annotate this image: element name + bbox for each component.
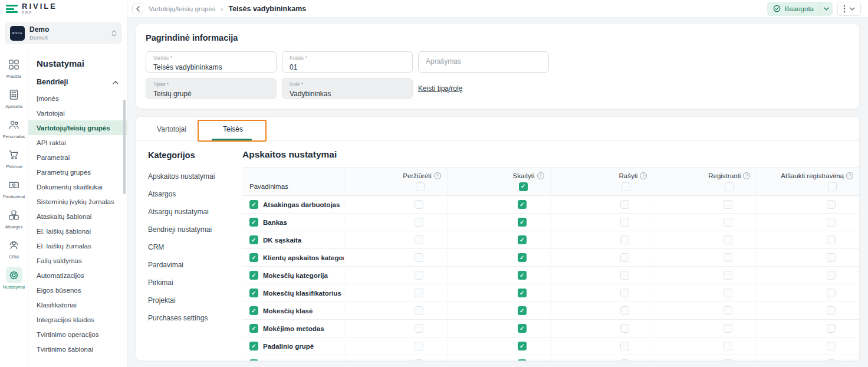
sidebar-item[interactable]: Dokumentų skaitliukai [28, 179, 127, 194]
permission-checkbox[interactable] [724, 200, 732, 209]
category-item[interactable]: Atsargos [148, 185, 242, 203]
sidebar-item[interactable]: Automatizacijos [28, 268, 127, 283]
breadcrumb-parent[interactable]: Vartotojų/teisių grupės [149, 5, 216, 12]
column-checkbox[interactable] [416, 182, 425, 191]
permission-checkbox[interactable]: ✓ [518, 306, 527, 315]
sidebar-item[interactable]: Ataskaitų šablonai [28, 209, 127, 224]
permission-checkbox[interactable]: ✓ [518, 253, 527, 262]
permission-checkbox[interactable] [827, 235, 836, 244]
sidebar-item[interactable]: Tvirtinimo šablonai [28, 342, 127, 356]
rail-item-nustatymai[interactable]: Nustatymai [1, 264, 28, 292]
more-actions-button[interactable] [837, 2, 861, 16]
permission-checkbox[interactable] [620, 324, 629, 333]
sidebar-item[interactable]: Sisteminių įvykių žurnalas [28, 194, 127, 209]
row-checkbox[interactable]: ✓ [249, 324, 258, 333]
row-checkbox[interactable]: ✓ [249, 271, 258, 280]
permission-checkbox[interactable] [415, 289, 423, 297]
info-icon[interactable]: ? [846, 172, 853, 179]
permission-checkbox[interactable] [620, 342, 629, 350]
category-item[interactable]: Projektai [148, 291, 242, 309]
sidebar-item[interactable]: Parametrai [28, 150, 127, 165]
rail-item-pradia[interactable]: Pradžia [1, 54, 28, 81]
sidebar-scrollbar[interactable] [123, 100, 126, 194]
sidebar-item[interactable]: Vartotojų/teisių grupės [28, 120, 127, 135]
sidebar-item[interactable]: Integracijos klaidos [28, 312, 127, 327]
sidebar-item[interactable]: El. laiškų žurnalas [28, 238, 127, 253]
permission-checkbox[interactable]: ✓ [518, 218, 527, 227]
vardas-field[interactable]: Vardas * Teisės vadybininkams [146, 51, 277, 73]
change-type-role-link[interactable]: Keisti tipą/rolę [418, 84, 462, 93]
category-item[interactable]: Apskaitos nustatymai [148, 168, 242, 185]
permission-checkbox[interactable] [620, 253, 629, 262]
aprasymas-field[interactable]: Aprašymas [418, 51, 549, 73]
permission-checkbox[interactable] [724, 342, 732, 350]
permission-checkbox[interactable] [620, 235, 629, 244]
permission-checkbox[interactable] [827, 200, 836, 209]
permission-checkbox[interactable] [724, 218, 732, 227]
permission-checkbox[interactable]: ✓ [518, 235, 527, 244]
category-item[interactable]: Atsargų nustatymai [148, 203, 242, 221]
permission-checkbox[interactable] [620, 306, 629, 315]
permission-checkbox[interactable] [827, 271, 836, 280]
sidebar-section-bendrieji[interactable]: Bendrieji [28, 76, 127, 91]
sidebar-item[interactable]: Tvirtinimo operacijos [28, 327, 127, 342]
sidebar-item[interactable]: Parametrų grupės [28, 165, 127, 179]
permission-checkbox[interactable] [415, 218, 423, 227]
tab-vartotojai[interactable]: Vartotojai [141, 117, 202, 140]
rail-item-crm[interactable]: CRM [1, 234, 28, 262]
sidebar-item[interactable]: Failų valdymas [28, 253, 127, 268]
permission-checkbox[interactable] [724, 253, 732, 262]
permission-checkbox[interactable] [827, 253, 836, 262]
row-checkbox[interactable]: ✓ [249, 253, 258, 262]
permission-checkbox[interactable] [620, 289, 629, 297]
category-item[interactable]: Pirkimai [148, 274, 242, 291]
permission-checkbox[interactable] [724, 324, 732, 333]
row-checkbox[interactable]: ✓ [249, 306, 258, 315]
permission-checkbox[interactable] [827, 359, 836, 361]
permission-checkbox[interactable] [724, 306, 732, 315]
permission-checkbox[interactable] [620, 359, 629, 361]
back-button[interactable] [132, 3, 143, 14]
permission-checkbox[interactable]: ✓ [518, 289, 527, 297]
permission-checkbox[interactable] [415, 324, 423, 333]
permission-checkbox[interactable] [827, 218, 836, 227]
permission-checkbox[interactable] [724, 235, 732, 244]
sidebar-item[interactable]: El. laiškų šablonai [28, 224, 127, 238]
column-checkbox[interactable] [725, 182, 734, 191]
permission-checkbox[interactable] [415, 271, 423, 280]
permission-checkbox[interactable] [620, 200, 629, 209]
row-checkbox[interactable]: ✓ [249, 218, 258, 227]
permission-checkbox[interactable]: ✓ [518, 200, 527, 209]
category-item[interactable]: Bendrieji nustatymai [148, 221, 242, 238]
category-item[interactable]: Pardavimai [148, 256, 242, 274]
permission-checkbox[interactable] [827, 289, 836, 297]
row-checkbox[interactable]: ✓ [249, 200, 258, 209]
sidebar-item[interactable]: API raktai [28, 135, 127, 150]
rail-item-atsargos[interactable]: Atsargos [1, 204, 28, 232]
saved-button[interactable]: Išsaugota [767, 2, 820, 16]
sidebar-item[interactable]: Eigos būsenos [28, 283, 127, 297]
sidebar-item[interactable]: Įmonės [28, 91, 127, 106]
info-icon[interactable]: ? [743, 172, 750, 179]
permission-checkbox[interactable]: ✓ [518, 271, 527, 280]
permission-checkbox[interactable] [415, 306, 423, 315]
permission-checkbox[interactable] [724, 289, 732, 297]
sidebar-item[interactable]: Vartotojai [28, 106, 127, 120]
permission-checkbox[interactable] [415, 253, 423, 262]
column-checkbox[interactable] [828, 182, 837, 191]
tab-teises[interactable]: Teisės [202, 117, 264, 140]
permission-checkbox[interactable]: ✓ [518, 342, 527, 350]
permission-checkbox[interactable] [620, 271, 629, 280]
row-checkbox[interactable]: ✓ [249, 359, 258, 361]
company-switch-icon[interactable] [111, 30, 117, 37]
permission-checkbox[interactable]: ✓ [518, 359, 527, 361]
row-checkbox[interactable]: ✓ [249, 235, 258, 244]
rail-item-personalas[interactable]: Personalas [1, 114, 28, 142]
permission-checkbox[interactable] [415, 359, 423, 361]
row-checkbox[interactable]: ✓ [249, 342, 258, 350]
permission-checkbox[interactable] [620, 218, 629, 227]
permission-checkbox[interactable] [827, 342, 836, 350]
rail-item-pirkimai[interactable]: Pirkimai [1, 144, 28, 172]
permission-checkbox[interactable] [415, 200, 423, 209]
column-checkbox[interactable] [622, 182, 630, 191]
